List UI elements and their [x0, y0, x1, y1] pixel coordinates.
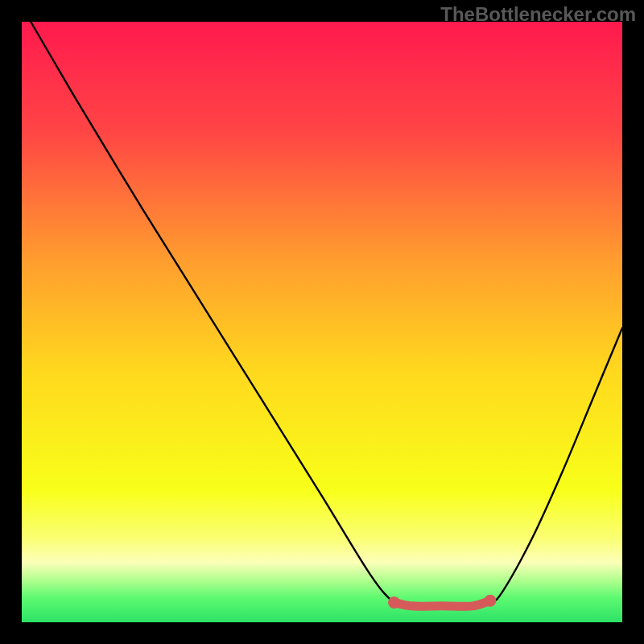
svg-point-1: [388, 597, 400, 609]
svg-point-2: [484, 595, 496, 607]
chart-curve-layer: [22, 22, 622, 622]
bottleneck-curve: [31, 22, 622, 606]
plot-area: [22, 22, 622, 622]
chart-container: TheBottlenecker.com: [0, 0, 644, 644]
bottleneck-highlight: [394, 601, 490, 606]
watermark-text: TheBottlenecker.com: [440, 3, 636, 26]
